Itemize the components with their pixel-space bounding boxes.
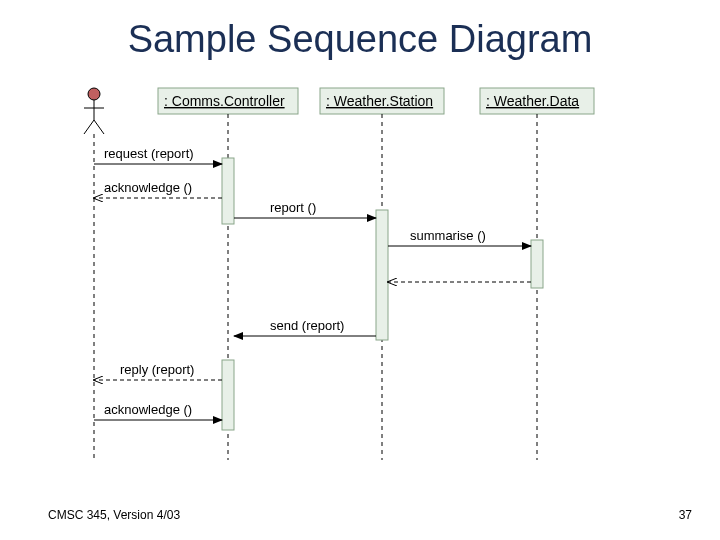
svg-line-4	[94, 120, 104, 134]
svg-text:send (report): send (report)	[270, 318, 344, 333]
svg-text:request (report): request (report)	[104, 146, 194, 161]
activation-station	[376, 210, 388, 340]
participant-weather-station: : Weather.Station	[320, 88, 444, 114]
svg-point-0	[88, 88, 100, 100]
msg-acknowledge-2: acknowledge ()	[94, 402, 222, 420]
msg-report: report ()	[234, 200, 376, 218]
svg-line-3	[84, 120, 94, 134]
activation-comms-2	[222, 360, 234, 430]
page-title: Sample Sequence Diagram	[0, 18, 720, 61]
activation-data	[531, 240, 543, 288]
svg-text:summarise (): summarise ()	[410, 228, 486, 243]
participant-weather-data: : Weather.Data	[480, 88, 594, 114]
participant-comms-controller: : Comms.Controller	[158, 88, 298, 114]
svg-text:: Comms.Controller: : Comms.Controller	[164, 93, 285, 109]
msg-send: send (report)	[234, 318, 376, 336]
svg-text:report (): report ()	[270, 200, 316, 215]
svg-text:acknowledge (): acknowledge ()	[104, 180, 192, 195]
msg-summarise: summarise ()	[388, 228, 531, 246]
page-number: 37	[679, 508, 692, 522]
msg-request: request (report)	[94, 146, 222, 164]
svg-text:: Weather.Data: : Weather.Data	[486, 93, 579, 109]
svg-text:acknowledge (): acknowledge ()	[104, 402, 192, 417]
svg-text:reply (report): reply (report)	[120, 362, 194, 377]
msg-acknowledge-1: acknowledge ()	[94, 180, 222, 198]
actor-icon	[84, 88, 104, 134]
svg-text:: Weather.Station: : Weather.Station	[326, 93, 433, 109]
footer-left: CMSC 345, Version 4/03	[48, 508, 180, 522]
sequence-diagram: : Comms.Controller : Weather.Station : W…	[40, 80, 680, 480]
msg-reply: reply (report)	[94, 362, 222, 380]
activation-comms-1	[222, 158, 234, 224]
